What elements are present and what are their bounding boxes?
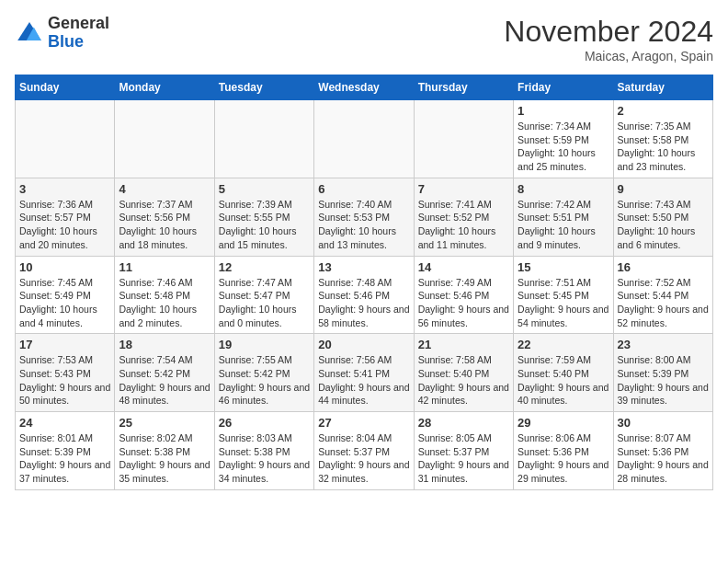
day-info: Sunrise: 7:46 AM Sunset: 5:48 PM Dayligh… xyxy=(119,276,210,330)
day-number: 29 xyxy=(518,416,609,430)
day-info: Sunrise: 8:01 AM Sunset: 5:39 PM Dayligh… xyxy=(19,431,110,486)
day-number: 25 xyxy=(119,416,210,430)
day-info: Sunrise: 7:35 AM Sunset: 5:58 PM Dayligh… xyxy=(618,120,709,174)
day-number: 20 xyxy=(318,338,409,351)
day-info: Sunrise: 7:55 AM Sunset: 5:42 PM Dayligh… xyxy=(219,353,310,408)
page-header: General Blue November 2024 Maicas, Arago… xyxy=(15,15,713,63)
calendar-cell: 24Sunrise: 8:01 AM Sunset: 5:39 PM Dayli… xyxy=(16,412,115,490)
calendar-cell xyxy=(314,100,414,178)
day-info: Sunrise: 8:00 AM Sunset: 5:39 PM Dayligh… xyxy=(618,353,709,408)
calendar-cell: 28Sunrise: 8:05 AM Sunset: 5:37 PM Dayli… xyxy=(414,412,513,490)
calendar-cell: 25Sunrise: 8:02 AM Sunset: 5:38 PM Dayli… xyxy=(115,412,214,490)
day-number: 19 xyxy=(219,338,310,351)
month-year-title: November 2024 xyxy=(504,15,713,49)
calendar-cell: 10Sunrise: 7:45 AM Sunset: 5:49 PM Dayli… xyxy=(16,256,115,334)
day-number: 28 xyxy=(418,416,509,430)
calendar-cell: 21Sunrise: 7:58 AM Sunset: 5:40 PM Dayli… xyxy=(414,334,513,412)
calendar-cell xyxy=(115,100,214,178)
logo: General Blue xyxy=(15,15,109,52)
day-number: 30 xyxy=(618,416,709,430)
day-of-week-header: Monday xyxy=(115,75,214,100)
calendar-cell: 14Sunrise: 7:49 AM Sunset: 5:46 PM Dayli… xyxy=(414,256,513,334)
day-info: Sunrise: 7:53 AM Sunset: 5:43 PM Dayligh… xyxy=(19,353,110,408)
day-number: 7 xyxy=(418,182,509,196)
day-info: Sunrise: 7:37 AM Sunset: 5:56 PM Dayligh… xyxy=(119,198,210,252)
day-of-week-header: Saturday xyxy=(613,75,712,100)
day-number: 6 xyxy=(318,182,409,196)
day-info: Sunrise: 8:02 AM Sunset: 5:38 PM Dayligh… xyxy=(119,431,210,486)
day-number: 22 xyxy=(518,338,609,351)
calendar-cell: 8Sunrise: 7:42 AM Sunset: 5:51 PM Daylig… xyxy=(514,178,613,256)
location-subtitle: Maicas, Aragon, Spain xyxy=(504,49,713,63)
day-info: Sunrise: 7:48 AM Sunset: 5:46 PM Dayligh… xyxy=(318,276,409,330)
calendar-cell: 19Sunrise: 7:55 AM Sunset: 5:42 PM Dayli… xyxy=(214,334,313,412)
day-of-week-header: Thursday xyxy=(414,75,513,100)
day-info: Sunrise: 7:59 AM Sunset: 5:40 PM Dayligh… xyxy=(518,353,609,408)
day-number: 24 xyxy=(19,416,110,430)
day-number: 27 xyxy=(318,416,409,430)
calendar-cell: 20Sunrise: 7:56 AM Sunset: 5:41 PM Dayli… xyxy=(314,334,414,412)
day-info: Sunrise: 7:36 AM Sunset: 5:57 PM Dayligh… xyxy=(19,198,110,252)
calendar-cell: 2Sunrise: 7:35 AM Sunset: 5:58 PM Daylig… xyxy=(613,100,712,178)
calendar-cell: 13Sunrise: 7:48 AM Sunset: 5:46 PM Dayli… xyxy=(314,256,414,334)
day-of-week-header: Sunday xyxy=(16,75,115,100)
day-number: 2 xyxy=(618,104,709,118)
calendar-cell: 1Sunrise: 7:34 AM Sunset: 5:59 PM Daylig… xyxy=(514,100,613,178)
calendar-cell xyxy=(414,100,513,178)
day-info: Sunrise: 8:03 AM Sunset: 5:38 PM Dayligh… xyxy=(219,431,310,486)
day-number: 15 xyxy=(518,260,609,274)
day-info: Sunrise: 7:39 AM Sunset: 5:55 PM Dayligh… xyxy=(219,198,310,252)
calendar-cell: 30Sunrise: 8:07 AM Sunset: 5:36 PM Dayli… xyxy=(613,412,712,490)
calendar-cell: 16Sunrise: 7:52 AM Sunset: 5:44 PM Dayli… xyxy=(613,256,712,334)
logo-blue-text: Blue xyxy=(48,33,109,52)
day-info: Sunrise: 7:45 AM Sunset: 5:49 PM Dayligh… xyxy=(19,276,110,330)
day-info: Sunrise: 7:58 AM Sunset: 5:40 PM Dayligh… xyxy=(418,353,509,408)
day-info: Sunrise: 7:51 AM Sunset: 5:45 PM Dayligh… xyxy=(518,276,609,330)
calendar-cell: 11Sunrise: 7:46 AM Sunset: 5:48 PM Dayli… xyxy=(115,256,214,334)
day-number: 4 xyxy=(119,182,210,196)
day-info: Sunrise: 7:47 AM Sunset: 5:47 PM Dayligh… xyxy=(219,276,310,330)
calendar-cell: 26Sunrise: 8:03 AM Sunset: 5:38 PM Dayli… xyxy=(214,412,313,490)
day-info: Sunrise: 8:06 AM Sunset: 5:36 PM Dayligh… xyxy=(518,431,609,486)
calendar-cell: 5Sunrise: 7:39 AM Sunset: 5:55 PM Daylig… xyxy=(214,178,313,256)
day-info: Sunrise: 8:07 AM Sunset: 5:36 PM Dayligh… xyxy=(618,431,709,486)
day-info: Sunrise: 7:54 AM Sunset: 5:42 PM Dayligh… xyxy=(119,353,210,408)
calendar-cell: 7Sunrise: 7:41 AM Sunset: 5:52 PM Daylig… xyxy=(414,178,513,256)
day-number: 18 xyxy=(119,338,210,351)
calendar-cell: 18Sunrise: 7:54 AM Sunset: 5:42 PM Dayli… xyxy=(115,334,214,412)
day-info: Sunrise: 7:34 AM Sunset: 5:59 PM Dayligh… xyxy=(518,120,609,174)
day-number: 14 xyxy=(418,260,509,274)
calendar-cell: 15Sunrise: 7:51 AM Sunset: 5:45 PM Dayli… xyxy=(514,256,613,334)
day-number: 21 xyxy=(418,338,509,351)
day-info: Sunrise: 7:56 AM Sunset: 5:41 PM Dayligh… xyxy=(318,353,409,408)
calendar-cell: 22Sunrise: 7:59 AM Sunset: 5:40 PM Dayli… xyxy=(514,334,613,412)
calendar-cell: 12Sunrise: 7:47 AM Sunset: 5:47 PM Dayli… xyxy=(214,256,313,334)
day-number: 26 xyxy=(219,416,310,430)
day-info: Sunrise: 8:04 AM Sunset: 5:37 PM Dayligh… xyxy=(318,431,409,486)
calendar-header-row: SundayMondayTuesdayWednesdayThursdayFrid… xyxy=(16,75,713,100)
calendar-cell: 27Sunrise: 8:04 AM Sunset: 5:37 PM Dayli… xyxy=(314,412,414,490)
calendar-cell: 3Sunrise: 7:36 AM Sunset: 5:57 PM Daylig… xyxy=(16,178,115,256)
calendar-week-row: 10Sunrise: 7:45 AM Sunset: 5:49 PM Dayli… xyxy=(16,256,713,334)
calendar-cell: 6Sunrise: 7:40 AM Sunset: 5:53 PM Daylig… xyxy=(314,178,414,256)
day-info: Sunrise: 7:40 AM Sunset: 5:53 PM Dayligh… xyxy=(318,198,409,252)
calendar-week-row: 17Sunrise: 7:53 AM Sunset: 5:43 PM Dayli… xyxy=(16,334,713,412)
day-info: Sunrise: 8:05 AM Sunset: 5:37 PM Dayligh… xyxy=(418,431,509,486)
day-number: 17 xyxy=(19,338,110,351)
day-info: Sunrise: 7:43 AM Sunset: 5:50 PM Dayligh… xyxy=(618,198,709,252)
day-number: 5 xyxy=(219,182,310,196)
day-info: Sunrise: 7:49 AM Sunset: 5:46 PM Dayligh… xyxy=(418,276,509,330)
day-number: 3 xyxy=(19,182,110,196)
day-number: 13 xyxy=(318,260,409,274)
day-info: Sunrise: 7:41 AM Sunset: 5:52 PM Dayligh… xyxy=(418,198,509,252)
day-number: 8 xyxy=(518,182,609,196)
logo-icon xyxy=(15,18,44,48)
day-number: 16 xyxy=(618,260,709,274)
calendar-cell: 23Sunrise: 8:00 AM Sunset: 5:39 PM Dayli… xyxy=(613,334,712,412)
day-number: 11 xyxy=(119,260,210,274)
day-of-week-header: Tuesday xyxy=(214,75,313,100)
calendar-cell xyxy=(214,100,313,178)
day-number: 23 xyxy=(618,338,709,351)
calendar-cell: 9Sunrise: 7:43 AM Sunset: 5:50 PM Daylig… xyxy=(613,178,712,256)
calendar-cell: 4Sunrise: 7:37 AM Sunset: 5:56 PM Daylig… xyxy=(115,178,214,256)
